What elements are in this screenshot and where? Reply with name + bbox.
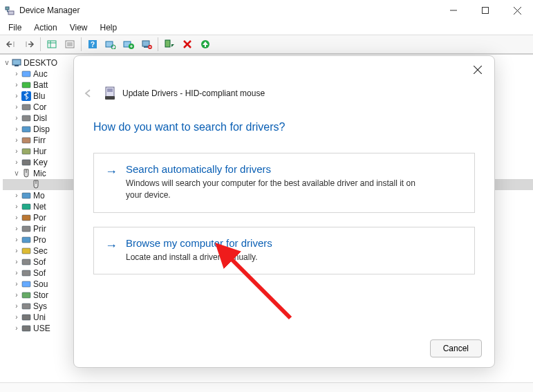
dialog-close-button[interactable] (469, 62, 486, 78)
firmware-icon (21, 135, 32, 146)
expand-icon[interactable]: › (12, 80, 21, 91)
expand-icon[interactable]: › (12, 301, 21, 312)
tree-item-label: USE (33, 323, 50, 334)
menu-view[interactable]: View (64, 21, 93, 34)
properties-button[interactable] (62, 36, 78, 53)
expand-icon[interactable]: › (12, 190, 21, 201)
expand-icon[interactable]: › (12, 268, 21, 279)
expand-icon[interactable]: › (12, 234, 21, 245)
expand-icon[interactable]: › (12, 157, 21, 168)
tree-item-label: Disp (33, 124, 50, 135)
computer-icon (11, 57, 22, 68)
window-title: Device Manager (19, 6, 80, 15)
svg-rect-1 (8, 11, 14, 15)
tree-item-label: Stor (33, 290, 48, 301)
svg-rect-0 (6, 7, 9, 10)
svg-rect-29 (15, 65, 19, 66)
cancel-button[interactable]: Cancel (430, 339, 482, 357)
dialog-back-button[interactable] (84, 88, 97, 98)
svg-rect-24 (165, 40, 170, 47)
menu-file[interactable]: File (3, 21, 27, 34)
dialog-title: Update Drivers - HID-compliant mouse (122, 88, 265, 98)
window-close[interactable] (501, 0, 533, 21)
software-icon (21, 256, 32, 268)
expand-icon[interactable]: › (12, 212, 21, 223)
tree-item-label: Blu (33, 91, 45, 102)
port-icon (21, 212, 32, 223)
mouse-sel-icon (30, 179, 41, 190)
expand-icon[interactable]: › (12, 290, 21, 301)
disable-device-button[interactable] (179, 36, 196, 53)
network-icon (21, 201, 32, 212)
window-minimize[interactable] (438, 0, 469, 21)
tree-item-label: Auc (33, 68, 48, 80)
expand-icon[interactable]: › (12, 256, 21, 268)
driver-disk-icon (104, 86, 115, 100)
audio-icon (21, 68, 32, 80)
svg-rect-20 (142, 41, 149, 46)
window-maximize[interactable] (469, 0, 501, 21)
nav-forward-button[interactable] (21, 36, 37, 53)
battery-icon (21, 80, 32, 91)
tree-item-label: Cor (33, 102, 46, 113)
dialog-heading: How do you want to search for drivers? (93, 121, 475, 133)
svg-rect-51 (22, 304, 30, 309)
menu-help[interactable]: Help (95, 21, 123, 34)
tree-item-label: Sec (33, 245, 48, 256)
tree-item-label: Disl (33, 113, 47, 124)
keyboard-icon (21, 157, 32, 168)
expand-icon[interactable]: › (12, 91, 21, 102)
expand-icon[interactable]: › (12, 312, 21, 323)
uninstall-device-button[interactable] (138, 36, 155, 53)
option-browse-computer[interactable]: → Browse my computer for drivers Locate … (93, 227, 475, 275)
expand-icon[interactable]: › (12, 102, 21, 113)
expand-icon[interactable]: › (12, 113, 21, 124)
monitor-icon (21, 190, 32, 201)
expand-icon[interactable]: › (12, 201, 21, 212)
expand-icon[interactable]: › (12, 146, 21, 157)
svg-rect-37 (22, 149, 30, 154)
svg-rect-49 (22, 281, 30, 287)
option-title: Browse my computer for drivers (126, 237, 463, 249)
svg-rect-33 (22, 104, 30, 110)
expand-icon[interactable]: › (12, 124, 21, 135)
option-search-automatically[interactable]: → Search automatically for drivers Windo… (93, 153, 475, 213)
show-hidden-button[interactable] (44, 36, 60, 53)
app-icon (4, 5, 15, 16)
menu-action[interactable]: Action (28, 21, 62, 34)
svg-rect-45 (22, 237, 30, 243)
expand-icon[interactable]: › (12, 323, 21, 334)
tree-item-label: Batt (33, 80, 48, 91)
add-legacy-button[interactable] (197, 36, 214, 53)
svg-rect-50 (22, 292, 30, 298)
status-bar (0, 382, 533, 392)
scan-hardware-button[interactable] (102, 36, 119, 53)
tree-item-label: Uni (33, 312, 46, 323)
processor-icon (21, 234, 32, 245)
svg-rect-30 (22, 71, 30, 77)
tree-item-label: Firr (33, 135, 46, 146)
option-title: Search automatically for drivers (126, 163, 463, 175)
update-driver-button[interactable] (120, 36, 137, 53)
expand-icon[interactable]: › (12, 68, 21, 80)
help-button[interactable]: ? (84, 36, 101, 53)
expand-icon[interactable]: › (12, 135, 21, 146)
arrow-right-icon: → (105, 237, 118, 263)
collapse-icon[interactable]: v (3, 57, 11, 68)
svg-rect-6 (48, 41, 56, 48)
tree-item-label: Hur (33, 146, 46, 157)
svg-rect-46 (22, 248, 30, 254)
expand-icon[interactable]: › (12, 223, 21, 234)
svg-rect-38 (22, 160, 30, 165)
system-icon (21, 301, 32, 312)
svg-rect-57 (107, 88, 113, 92)
nav-back-button[interactable] (3, 36, 19, 53)
svg-rect-53 (22, 326, 30, 331)
hid-icon (21, 146, 32, 157)
enable-device-button[interactable] (161, 36, 178, 53)
expand-icon[interactable]: › (12, 245, 21, 256)
svg-rect-34 (22, 115, 30, 121)
tree-item-label: Prir (33, 223, 46, 234)
expand-icon[interactable]: › (12, 279, 21, 290)
expand-icon[interactable]: v (12, 168, 21, 179)
